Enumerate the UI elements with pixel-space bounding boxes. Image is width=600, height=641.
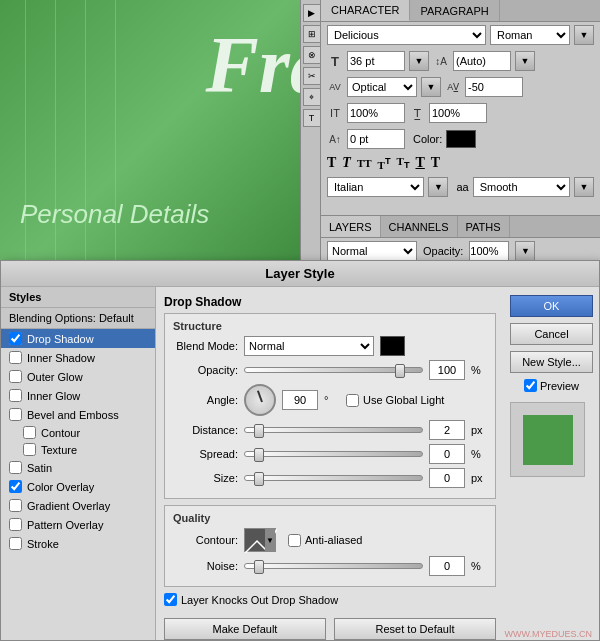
underline-btn[interactable]: T <box>431 155 440 171</box>
tab-paragraph[interactable]: PARAGRAPH <box>410 0 499 21</box>
stroke-checkbox[interactable] <box>9 537 22 550</box>
reset-to-default-button[interactable]: Reset to Default <box>334 618 496 640</box>
noise-unit: % <box>471 560 487 572</box>
leading-input[interactable] <box>453 51 511 71</box>
tab-character[interactable]: CHARACTER <box>321 0 410 21</box>
contour-field-label: Contour: <box>173 534 238 546</box>
lang-btn[interactable]: ▼ <box>428 177 448 197</box>
color-swatch[interactable] <box>446 130 476 148</box>
style-item-inner-glow[interactable]: Inner Glow <box>1 386 155 405</box>
tool-select[interactable]: ⊞ <box>303 25 321 43</box>
outer-glow-checkbox[interactable] <box>9 370 22 383</box>
style-item-color-overlay[interactable]: Color Overlay <box>1 477 155 496</box>
new-style-button[interactable]: New Style... <box>510 351 593 373</box>
color-overlay-checkbox[interactable] <box>9 480 22 493</box>
satin-label: Satin <box>27 462 52 474</box>
tab-paths[interactable]: PATHS <box>458 216 510 237</box>
strikethrough-btn[interactable]: T <box>415 155 424 171</box>
leading-unit-btn[interactable]: ▼ <box>515 51 535 71</box>
leading-icon: ↕A <box>433 56 449 67</box>
tab-layers[interactable]: LAYERS <box>321 216 381 237</box>
opacity-value-input[interactable] <box>429 360 465 380</box>
style-item-texture[interactable]: Texture <box>1 441 155 458</box>
contour-thumbnail[interactable]: ▼ <box>244 528 276 552</box>
style-item-satin[interactable]: Satin <box>1 458 155 477</box>
style-item-inner-shadow[interactable]: Inner Shadow <box>1 348 155 367</box>
size-unit-btn[interactable]: ▼ <box>409 51 429 71</box>
tool-move[interactable]: ▶ <box>303 4 321 22</box>
drop-shadow-color[interactable] <box>380 336 405 356</box>
font-style-select[interactable]: Roman <box>490 25 570 45</box>
angle-input[interactable] <box>282 390 318 410</box>
bevel-checkbox[interactable] <box>9 408 22 421</box>
italic-btn[interactable]: T <box>342 155 351 171</box>
tt-btn[interactable]: TT <box>357 157 372 169</box>
style-item-contour[interactable]: Contour <box>1 424 155 441</box>
language-select[interactable]: Italian <box>327 177 424 197</box>
kerning-btn[interactable]: ▼ <box>421 77 441 97</box>
size-slider[interactable] <box>244 475 423 481</box>
size-input[interactable] <box>429 468 465 488</box>
blending-header: Blending Options: Default <box>1 308 155 329</box>
tool-lasso[interactable]: ⊗ <box>303 46 321 64</box>
pattern-overlay-checkbox[interactable] <box>9 518 22 531</box>
aa-btn[interactable]: ▼ <box>574 177 594 197</box>
baseline-input[interactable] <box>347 129 405 149</box>
font-size-input[interactable] <box>347 51 405 71</box>
kerning-select[interactable]: Optical <box>347 77 417 97</box>
contour-checkbox[interactable] <box>23 426 36 439</box>
tracking-input[interactable] <box>465 77 523 97</box>
drop-shadow-blend-select[interactable]: Normal <box>244 336 374 356</box>
cancel-button[interactable]: Cancel <box>510 323 593 345</box>
inner-shadow-checkbox[interactable] <box>9 351 22 364</box>
texture-checkbox[interactable] <box>23 443 36 456</box>
noise-thumb[interactable] <box>254 560 264 574</box>
use-global-light-checkbox[interactable] <box>346 394 359 407</box>
noise-input[interactable] <box>429 556 465 576</box>
angle-dial[interactable] <box>244 384 276 416</box>
style-item-outer-glow[interactable]: Outer Glow <box>1 367 155 386</box>
bold-btn[interactable]: T <box>327 155 336 171</box>
font-dropdown-btn[interactable]: ▼ <box>574 25 594 45</box>
distance-thumb[interactable] <box>254 424 264 438</box>
font-family-select[interactable]: Delicious <box>327 25 486 45</box>
tool-brush[interactable]: ⌖ <box>303 88 321 106</box>
antialiasing-select[interactable]: Smooth <box>473 177 570 197</box>
blend-mode-row: Blend Mode: Normal <box>173 336 487 356</box>
style-item-bevel[interactable]: Bevel and Emboss <box>1 405 155 424</box>
distance-input[interactable] <box>429 420 465 440</box>
blend-mode-select[interactable]: Normal <box>327 241 417 261</box>
superscript-btn[interactable]: TT <box>378 156 391 171</box>
opacity-slider[interactable] <box>244 367 423 373</box>
make-default-button[interactable]: Make Default <box>164 618 326 640</box>
style-item-drop-shadow[interactable]: Drop Shadow <box>1 329 155 348</box>
ok-button[interactable]: OK <box>510 295 593 317</box>
style-item-gradient-overlay[interactable]: Gradient Overlay <box>1 496 155 515</box>
satin-checkbox[interactable] <box>9 461 22 474</box>
size-thumb[interactable] <box>254 472 264 486</box>
inner-glow-checkbox[interactable] <box>9 389 22 402</box>
noise-slider[interactable] <box>244 563 423 569</box>
horizontal-scale-input[interactable] <box>429 103 487 123</box>
distance-slider[interactable] <box>244 427 423 433</box>
preview-checkbox[interactable] <box>524 379 537 392</box>
tool-text[interactable]: T <box>303 109 321 127</box>
spread-thumb[interactable] <box>254 448 264 462</box>
vertical-scale-input[interactable] <box>347 103 405 123</box>
drop-shadow-checkbox[interactable] <box>9 332 22 345</box>
opacity-thumb[interactable] <box>395 364 405 378</box>
layer-knocks-checkbox[interactable] <box>164 593 177 606</box>
spread-slider[interactable] <box>244 451 423 457</box>
gradient-overlay-checkbox[interactable] <box>9 499 22 512</box>
drop-shadow-title: Drop Shadow <box>164 295 496 309</box>
opacity-btn[interactable]: ▼ <box>515 241 535 261</box>
spread-input[interactable] <box>429 444 465 464</box>
global-light-row: Use Global Light <box>346 394 444 407</box>
subscript-btn[interactable]: TT <box>397 155 410 170</box>
style-item-pattern-overlay[interactable]: Pattern Overlay <box>1 515 155 534</box>
opacity-input[interactable] <box>469 241 509 261</box>
anti-aliased-checkbox[interactable] <box>288 534 301 547</box>
style-item-stroke[interactable]: Stroke <box>1 534 155 553</box>
tab-channels[interactable]: CHANNELS <box>381 216 458 237</box>
tool-crop[interactable]: ✂ <box>303 67 321 85</box>
